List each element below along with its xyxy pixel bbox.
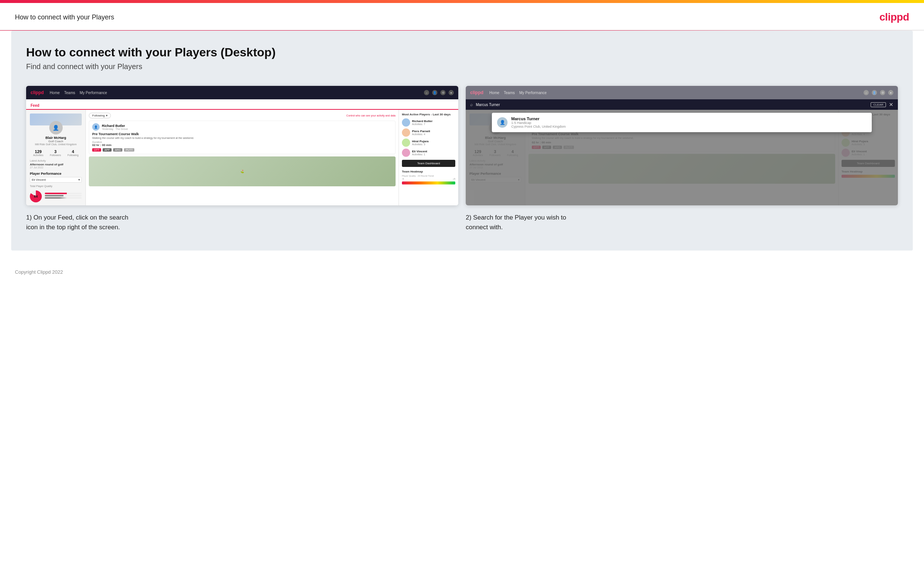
player-item-piers: Piers Parnell Activities: 4 <box>402 128 455 136</box>
following-bar: Following ▾ Control who can see your act… <box>89 113 396 119</box>
clear-button[interactable]: CLEAR <box>871 102 886 107</box>
avatar-icon[interactable]: ● <box>448 90 454 95</box>
app-nav-2: clippd Home Teams My Performance ⌕ 👤 ⚙ ● <box>466 86 898 99</box>
player-item-richard: Richard Butler Activities: 7 <box>402 119 455 127</box>
tag-ott: OTT <box>92 148 101 152</box>
following-button[interactable]: Following ▾ <box>89 113 111 119</box>
nav-home-2: Home <box>489 91 499 95</box>
nav-teams-2: Teams <box>504 91 515 95</box>
app-feed-1: Following ▾ Control who can see your act… <box>86 110 398 205</box>
user-meta-richard: Yesterday · The Grove <box>102 128 128 130</box>
player-info-hiral: Hiral Pujara Activities: 3 <box>412 140 429 146</box>
nav-icons-2: ⌕ 👤 ⚙ ● <box>864 90 893 95</box>
player-avatar-richard <box>402 119 410 127</box>
page-title: How to connect with your Players <box>15 13 114 21</box>
tab-strip-1: Feed <box>26 99 458 110</box>
nav-items-1: Home Teams My Performance <box>50 91 107 95</box>
nav-icons-1: ⌕ 👤 ⚙ ● <box>424 90 454 95</box>
stat-following-num: 4 <box>68 149 79 154</box>
search-result-info: Marcus Turner 1-5 Handicap Cypress Point… <box>511 117 566 128</box>
search-result-name: Marcus Turner <box>511 117 566 121</box>
main-content: How to connect with your Players (Deskto… <box>11 31 913 250</box>
heatmap-min: -5 <box>402 178 404 180</box>
app-body-1: 👤 Blair McHarg Golf Coach Mill Ride Golf… <box>26 110 458 205</box>
logo: clippd <box>880 11 909 23</box>
stat-followers-label: Followers <box>50 154 61 156</box>
stat-activities-label: Activities <box>33 154 44 156</box>
search-input[interactable]: Marcus Turner <box>476 103 867 107</box>
tag-putt: PUTT <box>124 148 134 152</box>
panel-2: clippd Home Teams My Performance ⌕ 👤 ⚙ ● <box>466 86 898 232</box>
profile-avatar-1: 👤 <box>49 121 63 135</box>
app-logo-1: clippd <box>31 90 44 95</box>
profile-icon-2: 👤 <box>872 90 877 95</box>
activity-card-1: 👤 Richard Butler Yesterday · The Grove P… <box>89 120 396 154</box>
top-accent-bar <box>0 0 924 3</box>
overlay-background: ⌕ Marcus Turner CLEAR ✕ 👤 Marcus Turner … <box>466 99 898 205</box>
shot-tags: OTT APP ARG PUTT <box>92 148 392 152</box>
stat-following: 4 Following <box>68 149 79 156</box>
chevron-down-icon: ▾ <box>78 178 80 182</box>
latest-activity-label: Latest Activity <box>30 159 82 162</box>
team-heatmap-title: Team Heatmap <box>402 170 455 173</box>
profile-icon[interactable]: 👤 <box>432 90 437 95</box>
score-value: 84 <box>34 195 38 198</box>
nav-my-performance[interactable]: My Performance <box>79 91 107 95</box>
close-icon[interactable]: ✕ <box>889 102 893 107</box>
settings-icon[interactable]: ⚙ <box>440 90 446 95</box>
nav-home[interactable]: Home <box>50 91 60 95</box>
player-avatar-piers <box>402 128 410 136</box>
profile-role-1: Golf Coach <box>30 140 82 143</box>
search-icon-bar: ⌕ <box>470 102 473 107</box>
search-icon[interactable]: ⌕ <box>424 90 429 95</box>
bar-charts-mini <box>45 193 82 199</box>
hero-subtitle: Find and connect with your Players <box>26 62 898 71</box>
panel-1: clippd Home Teams My Performance ⌕ 👤 ⚙ ● <box>26 86 458 232</box>
heatmap-labels: -5 +5 <box>402 178 455 180</box>
heatmap-max: +5 <box>453 178 455 180</box>
most-active-title: Most Active Players - Last 30 days <box>402 113 455 116</box>
player-select[interactable]: Eli Vincent ▾ <box>30 177 82 183</box>
control-link[interactable]: Control who can see your activity and da… <box>346 114 396 117</box>
search-result-item[interactable]: 👤 Marcus Turner 1-5 Handicap Cypress Poi… <box>492 113 872 132</box>
search-result-club: Cypress Point Club, United Kingdom <box>511 125 566 128</box>
app-right-1: Most Active Players - Last 30 days Richa… <box>398 110 458 205</box>
latest-activity-name: Afternoon round of golf <box>30 163 82 166</box>
search-results-container: 👤 Marcus Turner 1-5 Handicap Cypress Poi… <box>466 110 898 135</box>
profile-name-1: Blair McHarg <box>30 136 82 140</box>
step-1-caption: 1) On your Feed, click on the searchicon… <box>26 213 458 232</box>
stat-following-label: Following <box>68 154 79 156</box>
player-perf-header: Player Performance <box>30 172 82 175</box>
tag-arg: ARG <box>113 148 122 152</box>
page-footer: Copyright Clippd 2022 <box>0 262 924 282</box>
heatmap-bar <box>402 182 455 185</box>
player-item-eli: Eli Vincent Activities: 1 <box>402 149 455 157</box>
search-bar: ⌕ Marcus Turner CLEAR ✕ <box>466 99 898 110</box>
step-2-caption: 2) Search for the Player you wish toconn… <box>466 213 898 232</box>
hero-title: How to connect with your Players (Deskto… <box>26 45 898 59</box>
stat-followers-num: 3 <box>50 149 61 154</box>
panels: clippd Home Teams My Performance ⌕ 👤 ⚙ ● <box>26 86 898 232</box>
tab-feed-1[interactable]: Feed <box>31 104 39 110</box>
duration-label: Duration <box>92 141 392 143</box>
latest-activity-date: 27 Jul 2022 <box>30 166 82 169</box>
user-name-richard: Richard Butler <box>102 124 128 128</box>
profile-section-1: 👤 Blair McHarg Golf Coach Mill Ride Golf… <box>30 114 82 146</box>
player-avatar-hiral <box>402 138 410 147</box>
tag-app: APP <box>103 148 112 152</box>
copyright: Copyright Clippd 2022 <box>15 269 63 275</box>
score-circle: 84 <box>30 190 42 202</box>
search-icon-2: ⌕ <box>864 90 869 95</box>
avatar-icon-2: ● <box>888 90 893 95</box>
screenshot-1: clippd Home Teams My Performance ⌕ 👤 ⚙ ● <box>26 86 458 205</box>
user-avatar-richard: 👤 <box>92 123 100 131</box>
screenshot-2: clippd Home Teams My Performance ⌕ 👤 ⚙ ● <box>466 86 898 205</box>
nav-teams[interactable]: Teams <box>64 91 75 95</box>
stat-activities: 129 Activities <box>33 149 44 156</box>
nav-my-performance-2: My Performance <box>519 91 546 95</box>
team-dashboard-btn[interactable]: Team Dashboard <box>402 160 455 167</box>
duration-val: 02 hr : 00 min <box>92 143 392 147</box>
player-item-hiral: Hiral Pujara Activities: 3 <box>402 138 455 147</box>
app-logo-2: clippd <box>470 90 483 95</box>
player-select-name: Eli Vincent <box>32 178 46 182</box>
